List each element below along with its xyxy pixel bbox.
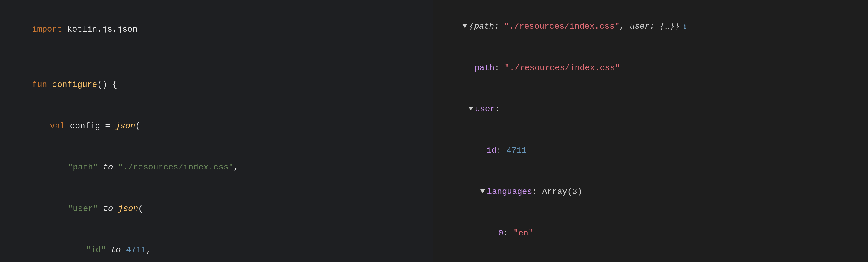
string-path-key: "path" xyxy=(68,163,98,172)
expand-icon-languages[interactable] xyxy=(480,190,485,193)
keyword-fun: fun xyxy=(32,80,52,89)
fn-json-2: json xyxy=(118,204,138,214)
expand-icon-user[interactable] xyxy=(468,107,473,110)
languages-key: languages xyxy=(487,187,532,196)
lang-1-line: 1: "de" xyxy=(442,254,859,262)
number-4711: 4711 xyxy=(126,245,146,255)
string-path-val: "./resources/index.css" xyxy=(118,163,233,172)
keyword-to: to xyxy=(103,163,113,172)
string-user-key: "user" xyxy=(68,204,98,214)
code-editor: import kotlin.js.json fun configure() { … xyxy=(0,0,433,262)
keyword-import: import xyxy=(32,25,62,34)
id-key: id xyxy=(486,146,496,155)
function-name: configure xyxy=(52,80,97,89)
header-path-val: "./resources/index.css" xyxy=(504,22,619,31)
info-icon[interactable]: ℹ xyxy=(680,23,686,31)
id-line: "id" to 4711, xyxy=(12,229,421,262)
path-line: "path" to "./resources/index.css", xyxy=(12,147,421,188)
devtools-inspector: {path: "./resources/index.css", user: {…… xyxy=(433,0,868,262)
blank-line-1 xyxy=(12,51,421,64)
keyword-val: val xyxy=(50,122,70,131)
path-key: path xyxy=(474,63,494,72)
keyword-to-2: to xyxy=(103,204,113,214)
path-property-line: path: "./resources/index.css" xyxy=(442,47,859,89)
inspector-header-text: {path: xyxy=(469,22,504,31)
expand-icon-header[interactable] xyxy=(462,24,467,28)
id-property-line: id: 4711 xyxy=(442,130,859,172)
keyword-to-3: to xyxy=(111,245,121,255)
languages-type: Array(3) xyxy=(542,187,582,196)
inspector-header-line: {path: "./resources/index.css", user: {…… xyxy=(442,6,859,47)
fun-line: fun configure() { xyxy=(12,64,421,106)
user-line: "user" to json( xyxy=(12,188,421,229)
path-value: "./resources/index.css" xyxy=(504,63,620,72)
import-line: import kotlin.js.json xyxy=(12,9,421,51)
lang-0-key: 0 xyxy=(498,229,503,238)
string-id-key: "id" xyxy=(86,245,106,255)
user-property-line: user: xyxy=(442,89,859,130)
fn-json: json xyxy=(115,122,135,131)
languages-property-line: languages: Array(3) xyxy=(442,171,859,213)
id-value: 4711 xyxy=(506,146,526,155)
val-line: val config = json( xyxy=(12,105,421,147)
lang-0-line: 0: "en" xyxy=(442,213,859,254)
lang-0-value: "en" xyxy=(514,229,533,238)
user-key: user xyxy=(475,104,495,114)
